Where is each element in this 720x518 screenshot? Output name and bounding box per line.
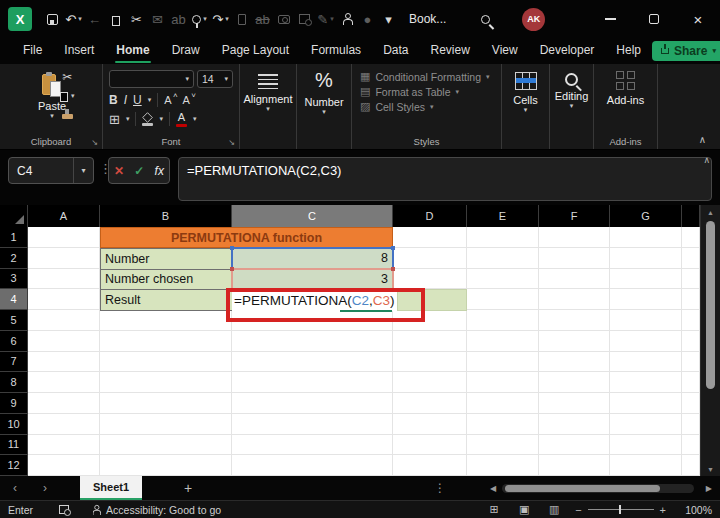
- grid-cell[interactable]: [610, 269, 682, 290]
- grid-cell[interactable]: [467, 393, 539, 414]
- grid-cell[interactable]: [28, 352, 100, 373]
- grid-cell[interactable]: [682, 227, 700, 248]
- strikethrough-icon[interactable]: ab: [252, 6, 273, 32]
- tab-review[interactable]: Review: [419, 39, 480, 63]
- grid-cell[interactable]: [100, 414, 232, 435]
- grid-cell[interactable]: [682, 352, 700, 373]
- column-header-e[interactable]: E: [467, 205, 539, 227]
- row-header-7[interactable]: 7: [0, 352, 28, 373]
- grid-cell[interactable]: [100, 310, 232, 331]
- row-header-9[interactable]: 9: [0, 393, 28, 414]
- grid-cell[interactable]: [393, 455, 467, 476]
- column-header-b[interactable]: B: [100, 205, 232, 227]
- normal-view-icon[interactable]: ⊞: [479, 503, 509, 516]
- column-header-d[interactable]: D: [393, 205, 467, 227]
- alignment-group[interactable]: Alignment ▾: [240, 64, 297, 149]
- grid-cell[interactable]: [610, 414, 682, 435]
- grid-cell[interactable]: [232, 393, 393, 414]
- sheet-lookup-icon[interactable]: [294, 6, 315, 32]
- grid-cell[interactable]: [467, 435, 539, 456]
- horizontal-scrollbar[interactable]: [502, 484, 694, 493]
- grid-cell[interactable]: [610, 227, 682, 248]
- borders-button[interactable]: ⊞: [109, 113, 120, 126]
- grid-cell[interactable]: [393, 372, 467, 393]
- grid-cell[interactable]: [393, 248, 467, 269]
- cell-b1-title[interactable]: PERMUTATIONA function: [100, 227, 393, 248]
- grid-cell[interactable]: [610, 331, 682, 352]
- cancel-icon[interactable]: ✕: [114, 164, 124, 178]
- grid-cell[interactable]: [610, 455, 682, 476]
- grid-cell[interactable]: [393, 414, 467, 435]
- person-search-icon[interactable]: [336, 6, 357, 32]
- grid-cell[interactable]: [682, 248, 700, 269]
- enter-icon[interactable]: ✓: [134, 164, 144, 178]
- grid-cell[interactable]: [467, 227, 539, 248]
- font-dialog-launcher[interactable]: ↘: [228, 138, 235, 147]
- find-replace-icon[interactable]: ab: [168, 6, 189, 32]
- grid-cell[interactable]: [28, 248, 100, 269]
- grid-cell[interactable]: [467, 352, 539, 373]
- grid-cell[interactable]: [539, 435, 610, 456]
- copy-icon[interactable]: [105, 6, 126, 32]
- zoom-out-icon[interactable]: −: [575, 504, 581, 516]
- grid-cell[interactable]: [610, 372, 682, 393]
- name-box[interactable]: C4 ▾: [8, 157, 94, 184]
- grid-cell[interactable]: [100, 331, 232, 352]
- cut-button[interactable]: ✂: [62, 70, 72, 83]
- font-size-combobox[interactable]: 14▾: [197, 70, 233, 88]
- grid-cell[interactable]: [610, 289, 682, 310]
- accessibility-status[interactable]: Accessibility: Good to go: [91, 504, 221, 516]
- grid-cell[interactable]: [232, 352, 393, 373]
- grid-cell[interactable]: [393, 269, 467, 290]
- next-sheet-icon[interactable]: ›: [30, 481, 60, 495]
- grid-cell[interactable]: [539, 372, 610, 393]
- format-as-table-button[interactable]: ▤ Format as Table▾: [360, 84, 501, 99]
- grid-cell[interactable]: [100, 435, 232, 456]
- font-color-button[interactable]: A: [176, 112, 187, 127]
- conditional-formatting-button[interactable]: ▦ Conditional Formatting▾: [360, 69, 501, 84]
- grid-cell[interactable]: [539, 455, 610, 476]
- grid-cell[interactable]: [610, 352, 682, 373]
- increase-font-button[interactable]: A: [164, 94, 176, 106]
- macro-record-icon[interactable]: [59, 505, 69, 514]
- grid-cell[interactable]: [393, 393, 467, 414]
- zoom-slider-thumb[interactable]: [619, 505, 621, 514]
- new-file-icon[interactable]: [231, 6, 252, 32]
- editing-group[interactable]: Editing ▾: [550, 64, 594, 149]
- column-header-f[interactable]: F: [539, 205, 610, 227]
- grid-cell[interactable]: [232, 372, 393, 393]
- account-avatar[interactable]: AK: [522, 8, 545, 31]
- cell-c2[interactable]: 8: [231, 247, 394, 270]
- scroll-down-icon[interactable]: ▼: [707, 462, 714, 476]
- font-name-combobox[interactable]: ▾: [109, 70, 194, 88]
- addins-group[interactable]: Add-ins Add-ins: [594, 64, 658, 149]
- grid-cell[interactable]: [610, 393, 682, 414]
- undo-icon[interactable]: ↶▾: [63, 6, 84, 32]
- row-header-1[interactable]: 1: [0, 227, 28, 248]
- grid-cell[interactable]: [393, 352, 467, 373]
- grid-cell[interactable]: [682, 289, 700, 310]
- tab-developer[interactable]: Developer: [529, 39, 606, 63]
- close-button[interactable]: ×: [676, 0, 720, 38]
- format-painter-button[interactable]: [62, 108, 73, 121]
- tab-draw[interactable]: Draw: [161, 39, 211, 63]
- sheet-tab-sheet1[interactable]: Sheet1: [80, 476, 142, 500]
- grid-cell[interactable]: [467, 372, 539, 393]
- collapse-ribbon-icon[interactable]: ∧: [699, 134, 706, 145]
- grid-cell[interactable]: [100, 352, 232, 373]
- zoom-level[interactable]: 100%: [672, 504, 712, 516]
- cell-b4[interactable]: Result: [100, 289, 233, 311]
- grid-cell[interactable]: [467, 248, 539, 269]
- redo-icon[interactable]: ↷▾: [210, 6, 231, 32]
- cell-b3[interactable]: Number chosen: [100, 269, 233, 291]
- save-icon[interactable]: [42, 6, 63, 32]
- vertical-scrollbar[interactable]: ▲ ▼: [700, 205, 720, 476]
- grid-cell[interactable]: [467, 310, 539, 331]
- maximize-button[interactable]: [632, 0, 676, 38]
- row-header-8[interactable]: 8: [0, 372, 28, 393]
- grid-cell[interactable]: [539, 331, 610, 352]
- grid-cell[interactable]: [232, 414, 393, 435]
- grid-cell[interactable]: [393, 435, 467, 456]
- select-all-corner[interactable]: [0, 205, 28, 227]
- minimize-button[interactable]: [588, 0, 632, 38]
